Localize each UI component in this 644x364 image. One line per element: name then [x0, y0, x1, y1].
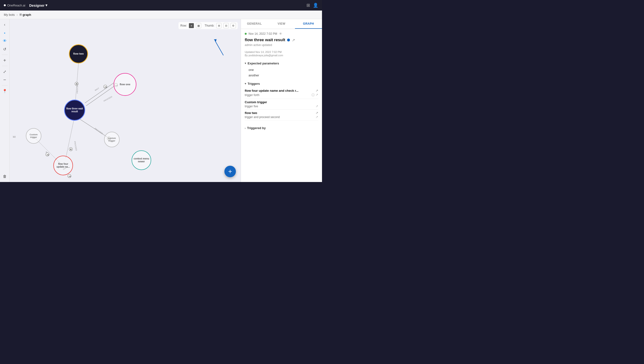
- arrow-indicator: [212, 38, 226, 58]
- status-dot: [245, 33, 247, 35]
- node-context-menu-label: context menu newer: [132, 156, 151, 165]
- svg-text:X1: X1: [69, 175, 71, 177]
- trigger-1-sub-ext-icon[interactable]: ↗: [316, 93, 318, 97]
- expand-btn[interactable]: ⤢: [1, 68, 8, 75]
- row-list-icon[interactable]: ≡: [189, 23, 194, 28]
- eye-btn[interactable]: 👁: [1, 37, 8, 45]
- trigger-3-name-row: flow two ↗: [245, 111, 318, 115]
- svg-line-10: [86, 86, 115, 106]
- panel-title: flow three wait result: [245, 38, 285, 42]
- triggers-arrow-icon: ▾: [245, 82, 246, 85]
- brand-name: OneReach.ai: [7, 4, 25, 7]
- panel-meta: Nov 14, 2022 7:02 PM 👁: [245, 32, 318, 36]
- main-layout: ‹ ● 👁 ↺ + ⤢ − 📍 🗑 Row: ≡ ▦ Thumb: ⊞ ⊟ ⚙: [0, 19, 322, 182]
- row-grid-icon[interactable]: ▦: [196, 23, 201, 28]
- expected-params-header[interactable]: ▾ Expected parameters: [245, 62, 318, 65]
- tab-general[interactable]: GENERAL: [241, 19, 268, 29]
- svg-point-8: [104, 85, 107, 88]
- node-flow-one[interactable]: flow one: [114, 73, 136, 96]
- trigger-3-sub-ext-icon[interactable]: ↗: [316, 115, 318, 119]
- collapse-btn[interactable]: ‹: [1, 21, 8, 28]
- svg-text:X1: X1: [47, 154, 49, 156]
- meta-eye-icon[interactable]: 👁: [279, 32, 282, 36]
- right-panel: GENERAL VIEW GRAPH Nov 14, 2022 7:02 PM …: [241, 19, 322, 182]
- panel-title-dot: [287, 39, 290, 42]
- triggers-section: ▾ Triggers flow four update name and che…: [245, 82, 318, 120]
- trigger-3-sub-icons: ↗: [316, 115, 318, 119]
- params-arrow-icon: ▾: [245, 62, 246, 65]
- params-label: Expected parameters: [248, 62, 279, 65]
- svg-text:R: R: [76, 83, 78, 85]
- trigger-3-sub-row: trigger and proceed second ↗: [245, 115, 318, 119]
- canvas-toolbar: Row: ≡ ▦ Thumb: ⊞ ⊟ ⚙: [178, 22, 238, 29]
- node-flow-three[interactable]: flow three wait result: [64, 100, 85, 121]
- panel-external-link[interactable]: ↗: [292, 38, 295, 42]
- trigger-1-ext-icon[interactable]: ↗: [316, 89, 318, 92]
- trigger-2-name-row: Custom trigger: [245, 100, 318, 104]
- thumb-label: Thumb:: [204, 24, 214, 27]
- fab-add-button[interactable]: +: [224, 166, 236, 177]
- pin-btn[interactable]: 📍: [1, 87, 8, 95]
- node-flow-four-label: flow four update na...: [54, 161, 72, 170]
- panel-tabs: GENERAL VIEW GRAPH: [241, 19, 322, 29]
- panel-subtitle: admin active updated: [245, 43, 318, 47]
- node-flow-one-label: flow one: [118, 81, 132, 87]
- thumb-large-icon[interactable]: ⊞: [216, 23, 222, 28]
- node-custom-trigger-left[interactable]: Custom trigger: [26, 128, 42, 144]
- minus-btn[interactable]: −: [1, 76, 8, 83]
- divider-3: [2, 85, 8, 86]
- thumb-small-icon[interactable]: ⊟: [224, 23, 229, 28]
- node-flow-two[interactable]: flow two: [69, 44, 88, 64]
- svg-point-19: [69, 148, 72, 151]
- node-context-menu[interactable]: context menu newer: [132, 150, 151, 170]
- param-another: another: [245, 73, 318, 78]
- svg-line-14: [79, 119, 107, 137]
- trigger-1-info-icon[interactable]: ⓘ: [312, 93, 314, 97]
- trigger-2-sub: trigger five: [245, 105, 258, 108]
- trash-btn[interactable]: 🗑: [1, 173, 8, 180]
- settings-icon[interactable]: ⚙: [230, 23, 236, 28]
- refresh-btn[interactable]: ↺: [1, 46, 8, 53]
- breadcrumb-sep: ›: [17, 13, 18, 17]
- trigger-2-sub-row: trigger five ↗: [245, 104, 318, 108]
- trigger-item-1: flow four update name and check r... ↗ t…: [245, 87, 318, 99]
- trigger-1-name: flow four update name and check r...: [245, 89, 298, 92]
- trigger-2-ext-icon[interactable]: ↗: [316, 104, 318, 108]
- svg-text:WAIT: WAIT: [45, 151, 50, 156]
- brand: OneReach.ai: [4, 4, 25, 7]
- trigger-2-name: Custom trigger: [245, 100, 267, 104]
- panel-title-row: flow three wait result ↗: [245, 38, 318, 42]
- param-one: one: [245, 67, 318, 73]
- designer-button[interactable]: Designer ▾: [29, 3, 47, 8]
- triggers-header[interactable]: ▾ Triggers: [245, 82, 318, 86]
- triggered-by-label: Triggered by: [247, 126, 266, 130]
- grid-icon[interactable]: ⊞: [306, 3, 310, 8]
- svg-line-2: [75, 64, 78, 102]
- node-custom-trigger-right[interactable]: Custom trigger: [104, 132, 120, 147]
- user-icon[interactable]: 👤: [313, 3, 318, 8]
- breadcrumb-root[interactable]: My bots: [4, 13, 15, 17]
- panel-content: Nov 14, 2022 7:02 PM 👁 flow three wait r…: [241, 29, 322, 182]
- tab-view[interactable]: VIEW: [268, 19, 295, 29]
- trigger-3-icons: ↗: [316, 111, 318, 115]
- node-flow-two-label: flow two: [72, 51, 85, 57]
- tab-graph[interactable]: GRAPH: [295, 19, 322, 29]
- trigger-2-sub-icons: ↗: [316, 104, 318, 108]
- svg-line-18: [66, 121, 74, 158]
- trigger-1-icons: ↗: [316, 89, 318, 92]
- breadcrumb-current: !! graph: [20, 13, 31, 17]
- svg-text:PROCEED: PROCEED: [76, 82, 78, 93]
- dot-btn[interactable]: ●: [1, 29, 8, 37]
- svg-text:PROCEED: PROCEED: [103, 96, 113, 102]
- node-flow-four[interactable]: flow four update na...: [53, 156, 73, 175]
- trigger-3-ext-icon[interactable]: ↗: [316, 111, 318, 115]
- breadcrumb: My bots › !! graph: [0, 11, 322, 19]
- plus-btn[interactable]: +: [1, 57, 8, 64]
- triggered-by-row[interactable]: › Triggered by: [245, 124, 318, 132]
- meta-date: Nov 14, 2022 7:02 PM: [248, 32, 277, 36]
- kit-label: kit: [13, 135, 16, 138]
- panel-by: By poddubnaya.julia@gmail.com: [245, 54, 318, 57]
- brand-dot: [4, 4, 6, 6]
- svg-text:PROCEED: PROCEED: [94, 127, 103, 135]
- top-nav: OneReach.ai Designer ▾ ⊞ 👤: [0, 0, 322, 11]
